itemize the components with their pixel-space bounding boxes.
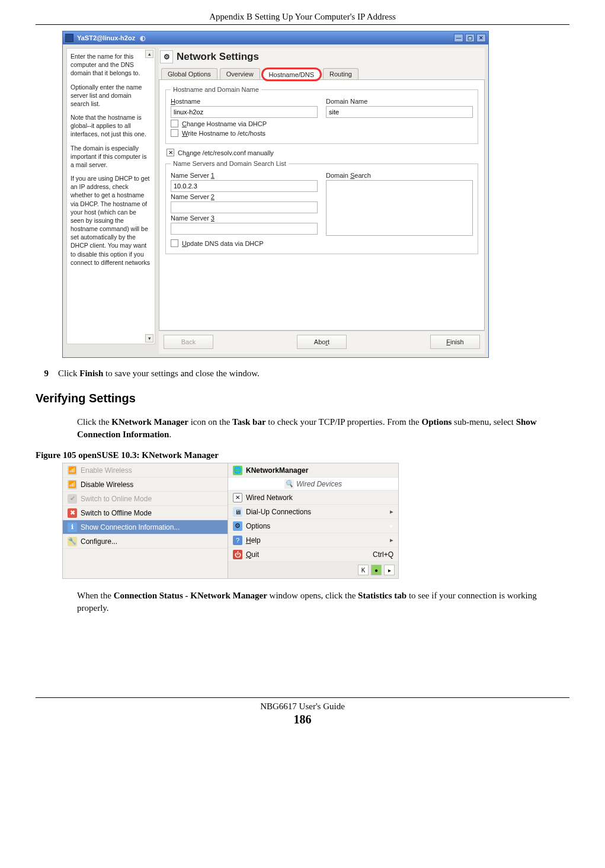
panel-heading: ⚙ Network Settings <box>159 48 485 68</box>
search-icon: 🔍 <box>284 479 294 489</box>
panel-title: Network Settings <box>177 51 259 63</box>
tab-global-options[interactable]: Global Options <box>161 68 217 79</box>
enable-wireless-item: 📶 Enable Wireless <box>63 463 228 478</box>
dialup-item[interactable]: 🖥 Dial-Up Connections ▸ <box>228 505 398 519</box>
tab-hostname-dns[interactable]: Hostname/DNS <box>263 69 321 80</box>
info-icon: ℹ <box>68 523 77 532</box>
quit-shortcut: Ctrl+Q <box>373 550 393 559</box>
tray-icon-net[interactable]: ● <box>371 565 382 575</box>
wired-devices-sub: 🔍 Wired Devices <box>228 478 398 491</box>
step-9-number: 9 <box>36 369 49 379</box>
tab-routing[interactable]: Routing <box>323 68 358 79</box>
domain-label: Domain Name <box>326 98 473 105</box>
switch-online-item: ✔ Switch to Online Mode <box>63 492 228 506</box>
ns1-input[interactable] <box>171 180 318 192</box>
knetwork-manager-figure: 📶 Enable Wireless 📶 Disable Wireless ✔ S… <box>62 463 400 579</box>
page-number: 186 <box>36 713 569 726</box>
finish-button[interactable]: Finish <box>430 335 480 349</box>
step-9: 9 Click Finish to save your settings and… <box>36 369 569 379</box>
system-tray: K ● ▸ <box>228 562 398 578</box>
network-manager-icon: 🌐 <box>233 466 242 475</box>
ns2-label: Name Server 2 <box>171 193 318 200</box>
footer-guide: NBG6617 User's Guide <box>36 702 569 712</box>
wrench-icon: 🔧 <box>68 537 77 546</box>
close-button[interactable]: ✕ <box>476 34 486 42</box>
help-icon: ? <box>233 536 242 545</box>
figure-105-caption: Figure 105 openSUSE 10.3: KNetwork Manag… <box>36 450 569 460</box>
tab-panel: Hostname and Domain Name HHostnameostnam… <box>159 79 485 331</box>
network-icon: ⚙ <box>160 50 173 63</box>
app-icon <box>65 34 73 42</box>
nameservers-group-legend: Name Servers and Domain Search List <box>171 160 289 167</box>
configure-item[interactable]: 🔧 Configure... <box>63 534 228 549</box>
shade-icon: ◐ <box>140 34 146 42</box>
knm-options-submenu: 📶 Enable Wireless 📶 Disable Wireless ✔ S… <box>62 463 228 579</box>
power-icon: ⏻ <box>233 550 242 559</box>
help-panel: ▴ Enter the name for this computer and t… <box>66 48 155 344</box>
change-hostname-dhcp-checkbox[interactable] <box>171 120 178 127</box>
verifying-settings-heading: Verifying Settings <box>36 392 569 405</box>
titlebar[interactable]: YaST2@linux-h2oz ◐ — ▢ ✕ <box>63 31 488 44</box>
change-resolv-label: Change /etc/resolv.conf manually <box>178 149 274 156</box>
options-item[interactable]: ⚙ Options ▸ <box>228 519 398 533</box>
change-hostname-dhcp-label: Change Hostname via DHCP <box>182 120 267 127</box>
maximize-button[interactable]: ▢ <box>465 34 475 42</box>
hostname-input[interactable] <box>171 106 318 118</box>
help-p5: If you are using DHCP to get an IP addre… <box>71 174 151 267</box>
write-hostname-checkbox[interactable] <box>171 129 178 137</box>
bottom-rule <box>36 697 569 698</box>
submenu-arrow-icon: ▸ <box>390 522 393 530</box>
submenu-arrow-icon: ▸ <box>390 536 393 544</box>
tab-overview[interactable]: Overview <box>220 68 260 79</box>
knm-main-menu: 🌐 KNetworkManager 🔍 Wired Devices ✕ Wire… <box>228 463 399 579</box>
submenu-arrow-icon: ▸ <box>390 508 393 515</box>
scroll-down-button[interactable]: ▾ <box>145 334 153 342</box>
monitor-icon: 🖥 <box>233 507 242 517</box>
scroll-up-button[interactable]: ▴ <box>145 50 153 58</box>
ns3-label: Name Server 3 <box>171 214 318 222</box>
switch-offline-item[interactable]: ✖ Switch to Offline Mode <box>63 506 228 520</box>
knm-header: 🌐 KNetworkManager <box>228 463 398 478</box>
ns3-input[interactable] <box>171 223 318 235</box>
abort-button[interactable]: Abort <box>297 335 347 349</box>
ns1-label: Name Server 1 <box>171 172 318 179</box>
write-hostname-label: Write Hostname to /etc/hosts <box>182 130 265 137</box>
domain-search-box[interactable] <box>326 180 473 236</box>
help-p2: Optionally enter the name server list an… <box>71 83 151 108</box>
hostname-label: HHostnameostname <box>171 98 318 105</box>
minimize-button[interactable]: — <box>454 34 463 42</box>
show-connection-info-item[interactable]: ℹ Show Connection Information... <box>63 520 228 534</box>
disable-wireless-item[interactable]: 📶 Disable Wireless <box>63 478 228 492</box>
offline-icon: ✖ <box>68 508 77 518</box>
help-item[interactable]: ? Help ▸ <box>228 533 398 547</box>
wired-network-item[interactable]: ✕ Wired Network <box>228 491 398 505</box>
options-icon: ⚙ <box>233 521 242 531</box>
tab-row: Global Options Overview Hostname/DNS Rou… <box>159 68 485 79</box>
update-dns-dhcp-checkbox[interactable] <box>171 239 178 247</box>
tray-icon-arrow[interactable]: ▸ <box>384 565 395 575</box>
help-p3: Note that the hostname is global--it app… <box>71 113 151 139</box>
help-p1: Enter the name for this computer and the… <box>71 52 151 78</box>
quit-item[interactable]: ⏻ Quit Ctrl+Q <box>228 547 398 562</box>
checked-icon: ✕ <box>233 493 242 502</box>
tray-icon-k[interactable]: K <box>358 565 369 575</box>
ns2-input[interactable] <box>171 201 318 213</box>
wireless-off-icon: 📶 <box>68 480 77 489</box>
page-footer: NBG6617 User's Guide 186 <box>36 697 569 726</box>
verify-para: Click the KNetwork Manager icon on the T… <box>77 416 569 441</box>
domain-search-label: Domain Search <box>326 172 473 179</box>
back-button: Back <box>164 335 213 349</box>
domain-input[interactable] <box>326 106 473 118</box>
help-p4: The domain is especially important if th… <box>71 144 151 169</box>
change-resolv-checkbox[interactable] <box>167 149 174 156</box>
top-rule <box>36 24 569 25</box>
button-bar: Back Abort Finish <box>159 331 485 354</box>
wireless-on-icon: 📶 <box>68 466 77 475</box>
hostname-group: Hostname and Domain Name HHostnameostnam… <box>165 86 478 144</box>
window-title: YaST2@linux-h2oz <box>77 34 135 41</box>
after-figure-para: When the Connection Status - KNetwork Ma… <box>77 590 569 614</box>
nameservers-group: Name Servers and Domain Search List Name… <box>165 160 478 254</box>
hostname-group-legend: Hostname and Domain Name <box>171 86 261 93</box>
step-9-text: Click Finish to save your settings and c… <box>58 369 260 379</box>
online-icon: ✔ <box>68 494 77 504</box>
